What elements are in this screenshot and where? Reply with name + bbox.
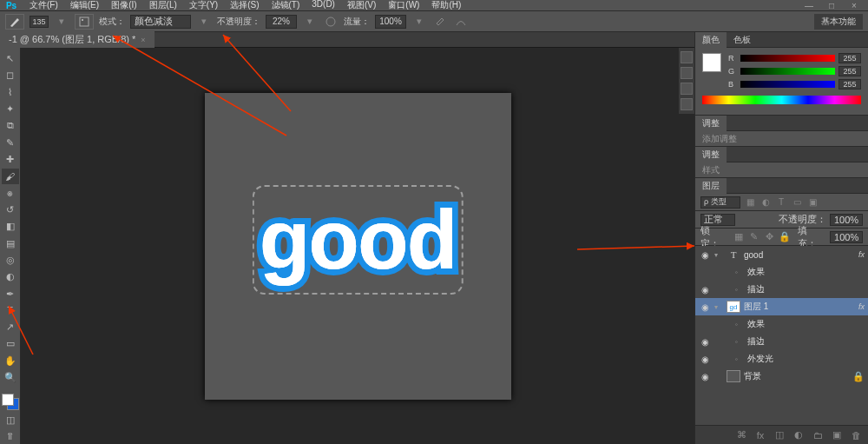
layer-mask-icon[interactable]: ◫: [773, 429, 786, 441]
dock-properties-icon[interactable]: [681, 83, 693, 95]
blend-mode-select[interactable]: 颜色减淡: [130, 15, 191, 29]
visibility-icon[interactable]: ◉: [699, 250, 711, 260]
tab-color[interactable]: 颜色: [695, 32, 727, 48]
visibility-icon[interactable]: ◉: [699, 285, 711, 295]
minimize-button[interactable]: —: [799, 1, 819, 10]
new-layer-icon[interactable]: ▣: [830, 429, 844, 441]
foreground-color-swatch[interactable]: [2, 394, 14, 406]
dock-history-icon[interactable]: [681, 51, 693, 63]
filter-type-icon[interactable]: T: [775, 196, 787, 209]
canvas-text-object[interactable]: good: [260, 192, 457, 288]
dock-actions-icon[interactable]: [681, 67, 693, 79]
path-tool[interactable]: ↗: [2, 320, 19, 335]
menu-view[interactable]: 视图(V): [342, 0, 381, 11]
blur-tool[interactable]: ◎: [2, 253, 19, 268]
g-slider[interactable]: [740, 68, 835, 75]
fx-badge[interactable]: fx: [858, 302, 865, 311]
lock-trans-icon[interactable]: ▦: [733, 231, 745, 242]
screenmode-tool[interactable]: ⥣: [2, 429, 19, 444]
fill-value[interactable]: 100%: [830, 231, 863, 243]
menu-file[interactable]: 文件(F): [24, 0, 63, 11]
lock-paint-icon[interactable]: ✎: [748, 231, 760, 242]
stamp-tool[interactable]: ⎈: [2, 186, 19, 201]
move-tool[interactable]: ↖: [2, 51, 19, 66]
brush-tool[interactable]: 🖌: [2, 169, 19, 183]
layer-effect-stroke[interactable]: ◉ ◦ 描边: [695, 333, 868, 350]
layer-effect-outerglow[interactable]: ◉ ◦ 外发光: [695, 350, 868, 368]
quickmask-tool[interactable]: ◫: [2, 412, 19, 427]
hand-tool[interactable]: ✋: [2, 354, 19, 368]
layer-effects-header[interactable]: ◦ 效果: [695, 263, 868, 281]
crop-tool[interactable]: ⧉: [2, 118, 19, 133]
menu-image[interactable]: 图像(I): [106, 0, 141, 11]
brush-size-value[interactable]: 135: [30, 16, 49, 28]
tab-swatches[interactable]: 色板: [727, 32, 758, 48]
heal-tool[interactable]: ✚: [2, 152, 19, 167]
eyedropper-tool[interactable]: ✎: [2, 136, 19, 150]
layer-thumbnail[interactable]: [727, 370, 740, 382]
layer-style-icon[interactable]: fx: [753, 430, 767, 441]
b-slider[interactable]: [740, 81, 835, 88]
menu-help[interactable]: 帮助(H): [426, 0, 466, 11]
blend-mode-chevron-icon[interactable]: ▾: [196, 15, 212, 29]
pressure-opacity-icon[interactable]: [323, 15, 339, 29]
color-swatches[interactable]: [2, 394, 19, 410]
pressure-size-icon[interactable]: [453, 15, 469, 29]
maximize-button[interactable]: □: [821, 1, 842, 10]
menu-select[interactable]: 选择(S): [225, 0, 264, 11]
adjustment-layer-icon[interactable]: ◐: [792, 429, 806, 441]
brush-preset-picker[interactable]: ▾: [54, 15, 69, 29]
canvas-workspace[interactable]: good: [21, 48, 694, 444]
twirl-icon[interactable]: ◦: [735, 268, 744, 276]
color-panel-swatch[interactable]: [702, 53, 721, 72]
type-tool[interactable]: T: [2, 303, 19, 318]
history-brush-tool[interactable]: ↺: [2, 202, 19, 217]
zoom-tool[interactable]: 🔍: [2, 370, 19, 385]
twirl-icon[interactable]: ▾: [714, 251, 723, 259]
layer-thumbnail[interactable]: gd: [727, 301, 740, 313]
menu-filter[interactable]: 滤镜(T): [266, 0, 306, 11]
visibility-icon[interactable]: ◉: [699, 372, 711, 381]
shape-tool[interactable]: ▭: [2, 336, 19, 351]
close-tab-icon[interactable]: ×: [141, 36, 145, 44]
visibility-icon[interactable]: ◉: [699, 337, 711, 347]
menu-layer[interactable]: 图层(L): [144, 0, 182, 11]
filter-smart-icon[interactable]: ▣: [806, 196, 819, 209]
eraser-tool[interactable]: ◧: [2, 219, 19, 234]
filter-shape-icon[interactable]: ▭: [791, 196, 803, 209]
layer-name[interactable]: 背景: [744, 370, 849, 382]
menu-3d[interactable]: 3D(D): [306, 0, 340, 11]
twirl-icon[interactable]: ▾: [714, 303, 723, 311]
r-slider[interactable]: [740, 55, 835, 62]
opacity-chevron-icon[interactable]: ▾: [302, 15, 318, 29]
tab-adjust[interactable]: 调整: [695, 116, 727, 131]
delete-layer-icon[interactable]: 🗑: [849, 430, 863, 441]
g-value[interactable]: 255: [838, 66, 861, 76]
menu-type[interactable]: 文字(Y): [184, 0, 223, 11]
layer-filter-select[interactable]: ρ 类型: [700, 196, 740, 209]
lock-all-icon[interactable]: 🔒: [779, 231, 791, 242]
layer-row-background[interactable]: ◉ 背景 🔒: [695, 368, 868, 385]
visibility-icon[interactable]: ◉: [699, 355, 711, 364]
dock-char-icon[interactable]: [681, 98, 693, 110]
menu-window[interactable]: 窗口(W): [383, 0, 424, 11]
flow-chevron-icon[interactable]: ▾: [411, 15, 427, 29]
brush-panel-icon[interactable]: [75, 14, 94, 30]
layer-name[interactable]: good: [744, 250, 855, 260]
filter-adjust-icon[interactable]: ◐: [760, 196, 772, 209]
menu-edit[interactable]: 编辑(E): [65, 0, 104, 11]
wand-tool[interactable]: ✦: [2, 102, 19, 116]
document-canvas[interactable]: good: [205, 93, 511, 400]
gradient-tool[interactable]: ▤: [2, 235, 19, 250]
layer-effect-stroke[interactable]: ◉ ◦ 描边: [695, 281, 868, 298]
marquee-tool[interactable]: ◻: [2, 68, 19, 83]
layer-opacity-value[interactable]: 100%: [830, 214, 863, 226]
filter-pixel-icon[interactable]: ▦: [744, 196, 756, 209]
group-icon[interactable]: 🗀: [811, 430, 825, 441]
tab-style[interactable]: 调整: [695, 147, 727, 162]
tab-layers[interactable]: 图层: [695, 178, 727, 194]
layer-effects-header[interactable]: ◦ 效果: [695, 315, 868, 333]
layer-row-text[interactable]: ◉ ▾ T good fx: [695, 246, 868, 263]
lock-pos-icon[interactable]: ✥: [764, 231, 776, 242]
link-layers-icon[interactable]: ⌘: [734, 429, 748, 441]
